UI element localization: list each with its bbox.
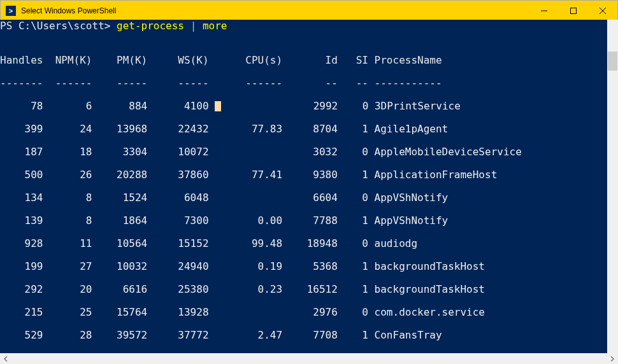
table-row: 199 27 10032 24940 0.19 5368 1 backgroun… bbox=[0, 261, 618, 272]
vertical-scrollbar[interactable] bbox=[607, 20, 618, 353]
table-row: 215 25 15764 13928 2976 0 com.docker.ser… bbox=[0, 307, 618, 318]
prompt-path: PS C:\Users\scott> bbox=[0, 20, 110, 32]
table-row: 139 8 1864 7300 0.00 7788 1 AppVShNotify bbox=[0, 215, 618, 227]
table-row: 187 18 3304 10072 3032 0 AppleMobileDevi… bbox=[0, 146, 618, 158]
table-row: 292 20 6616 25380 0.23 16512 1 backgroun… bbox=[0, 284, 618, 295]
prompt-pager: more bbox=[203, 20, 227, 32]
table-row: 399 24 13968 22432 77.83 8704 1 Agile1pA… bbox=[0, 123, 618, 135]
scroll-right-arrow[interactable] bbox=[608, 355, 616, 363]
table-row: 500 26 20288 37860 77.41 9380 1 Applicat… bbox=[0, 169, 618, 181]
svg-rect-1 bbox=[571, 8, 577, 13]
powershell-icon: > bbox=[6, 6, 16, 16]
minimize-button[interactable] bbox=[529, 1, 559, 20]
horizontal-scrollbar[interactable] bbox=[0, 353, 618, 364]
vertical-scroll-thumb[interactable] bbox=[608, 52, 617, 71]
pipe-symbol: | bbox=[190, 20, 197, 32]
titlebar[interactable]: > Select Windows PowerShell bbox=[1, 1, 617, 20]
terminal-output[interactable]: PS C:\Users\scott> get-process | more Ha… bbox=[0, 20, 618, 353]
column-underline: ------- ------ ----- ----- ------ -- -- … bbox=[0, 78, 618, 89]
table-row: 78 6 884 4100 2992 0 3DPrintService bbox=[0, 101, 618, 112]
table-row: 529 28 39572 37772 2.47 7708 1 ConFansTr… bbox=[0, 330, 618, 341]
prompt-command: get-process bbox=[117, 20, 184, 32]
close-button[interactable] bbox=[588, 1, 617, 20]
window-title: Select Windows PowerShell bbox=[21, 6, 529, 15]
maximize-button[interactable] bbox=[559, 1, 588, 20]
table-row: 928 11 10564 15152 99.48 18948 0 audiodg bbox=[0, 238, 618, 249]
cursor bbox=[215, 101, 221, 111]
table-row: 134 8 1524 6048 6604 0 AppVShNotify bbox=[0, 192, 618, 204]
column-headers: Handles NPM(K) PM(K) WS(K) CPU(s) Id SI … bbox=[0, 55, 618, 66]
scroll-left-arrow[interactable] bbox=[2, 355, 10, 363]
